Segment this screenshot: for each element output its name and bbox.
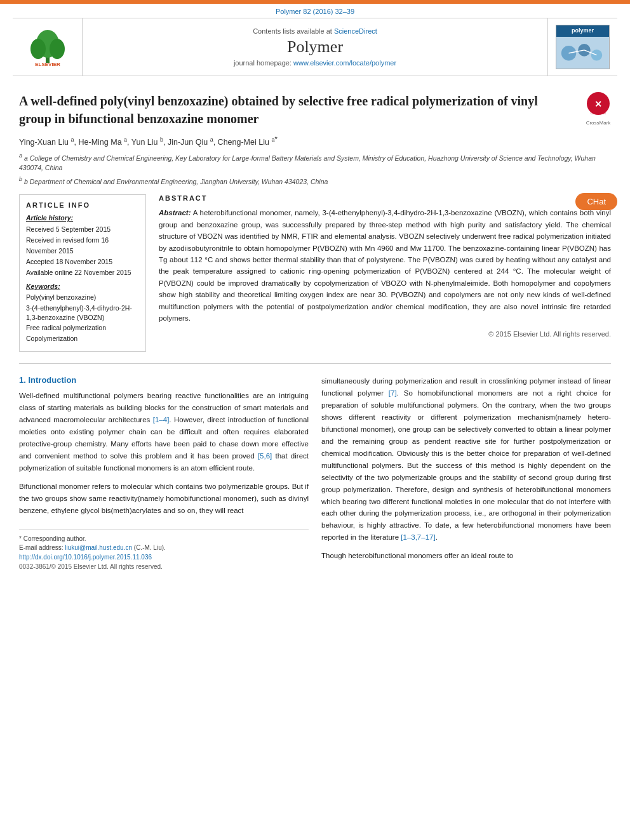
keyword-2: 3-(4-ethenylphenyl)-3,4-dihydro-2H-1,3-b…: [26, 303, 139, 322]
header-left: ELSEVIER: [13, 18, 83, 76]
doi-text: http://dx.doi.org/10.1016/j.polymer.2015…: [19, 554, 152, 561]
intro-heading: 1. Introduction: [19, 375, 309, 385]
sciencedirect-link-text: ScienceDirect: [334, 27, 377, 35]
svg-point-4: [50, 39, 65, 59]
corresponding-label: * Corresponding author.: [19, 535, 86, 542]
revised-date: Received in revised form 16 November 201…: [26, 235, 139, 257]
keyword-3: Free radical polymerization: [26, 323, 139, 333]
main-content: A well-defined poly(vinyl benzoxazine) o…: [0, 76, 630, 583]
received-date: Received 5 September 2015: [26, 224, 139, 235]
abstract-title: ABSTRACT: [159, 194, 611, 202]
article-info-box: ARTICLE INFO Article history: Received 5…: [19, 194, 146, 351]
polymer-cover-image: polymer polymer: [556, 25, 610, 69]
svg-text:CrossMark: CrossMark: [591, 111, 607, 115]
header-section: ELSEVIER Contents lists available at Sci…: [13, 18, 617, 76]
article-history-title: Article history:: [26, 214, 139, 222]
abstract-col: ABSTRACT Abstract: A heterobifunctional …: [159, 194, 611, 351]
page-wrapper: Polymer 82 (2016) 32–39 ELSEVIER Content…: [0, 0, 630, 840]
author-email: liukui@mail.hust.edu.cn: [65, 544, 132, 551]
accepted-date: Accepted 18 November 2015: [26, 257, 139, 267]
homepage-label: journal homepage:: [234, 59, 292, 67]
article-info-col: ARTICLE INFO Article history: Received 5…: [19, 194, 146, 351]
intro-left-col: 1. Introduction Well-defined multifuncti…: [19, 375, 309, 570]
corresponding-author-note: * Corresponding author.: [19, 535, 309, 542]
article-info-title: ARTICLE INFO: [26, 201, 139, 209]
abstract-body: A heterobifunctional monomer, namely, 3-…: [159, 209, 611, 322]
svg-text:✕: ✕: [594, 99, 602, 109]
keywords-section: Keywords: Poly(vinyl benzoxazine) 3-(4-e…: [26, 283, 139, 343]
homepage-url-text: www.elsevier.com/locate/polymer: [293, 59, 396, 67]
sciencedirect-link[interactable]: ScienceDirect: [334, 27, 377, 35]
email-line: E-mail address: liukui@mail.hust.edu.cn …: [19, 544, 309, 551]
ref-5-6-link[interactable]: [5,6]: [258, 452, 272, 460]
author-email-name: (C.-M. Liu).: [134, 544, 166, 551]
chat-button[interactable]: CHat: [575, 193, 617, 210]
authors-line: Ying-Xuan Liu a, He-Ming Ma a, Yun Liu b…: [19, 135, 611, 147]
svg-text:ELSEVIER: ELSEVIER: [35, 62, 60, 67]
ref-7-link[interactable]: [7]: [389, 389, 397, 397]
polymer-cover-text: polymer: [572, 27, 594, 34]
intro-right-col: simultaneously during polymerization and…: [321, 375, 611, 570]
section-divider: [19, 363, 611, 364]
ref-1-4-link[interactable]: [1–4]: [153, 416, 170, 423]
intro-para-1: Well-defined multifunctional polymers be…: [19, 390, 309, 474]
title-row: A well-defined poly(vinyl benzoxazine) o…: [19, 86, 611, 135]
abstract-label: Abstract:: [159, 209, 191, 217]
journal-ref: Polymer 82 (2016) 32–39: [0, 4, 630, 18]
email-label: E-mail address:: [19, 544, 63, 551]
sciencedirect-line: Contents lists available at ScienceDirec…: [253, 27, 377, 35]
keyword-4: Copolymerization: [26, 334, 139, 343]
copyright-line: © 2015 Elsevier Ltd. All rights reserved…: [159, 330, 611, 338]
intro-right-para-2: Though heterobifunctional monomers offer…: [321, 550, 611, 562]
available-date: Available online 22 November 2015: [26, 267, 139, 278]
journal-title: Polymer: [287, 37, 343, 57]
homepage-link[interactable]: www.elsevier.com/locate/polymer: [293, 59, 396, 67]
ref-1-3-7-17-link[interactable]: [1–3,7–17]: [401, 533, 435, 541]
svg-point-3: [30, 39, 46, 59]
affiliation-a: a a College of Chemistry and Chemical En…: [19, 152, 611, 173]
keyword-1: Poly(vinyl benzoxazine): [26, 293, 139, 302]
abstract-text: Abstract: A heterobifunctional monomer, …: [159, 207, 611, 324]
elsevier-logo: ELSEVIER: [19, 25, 76, 69]
article-dates: Received 5 September 2015 Received in re…: [26, 224, 139, 277]
affiliations: a a College of Chemistry and Chemical En…: [19, 152, 611, 187]
footer-copyright: 0032-3861/© 2015 Elsevier Ltd. All right…: [19, 563, 309, 570]
intro-para-2: Bifunctional monomer refers to molecular…: [19, 481, 309, 517]
doi-link[interactable]: http://dx.doi.org/10.1016/j.polymer.2015…: [19, 554, 309, 561]
article-info-abstract-row: ARTICLE INFO Article history: Received 5…: [19, 194, 611, 351]
footer-section: * Corresponding author. E-mail address: …: [19, 530, 309, 570]
author-email-link[interactable]: liukui@mail.hust.edu.cn: [65, 544, 134, 551]
crossmark-logo: ✕ CrossMark CrossMark: [586, 91, 611, 116]
introduction-section: 1. Introduction Well-defined multifuncti…: [19, 375, 611, 570]
article-title: A well-defined poly(vinyl benzoxazine) o…: [19, 92, 540, 128]
affiliation-b: b b Department of Chemical and Environme…: [19, 175, 611, 187]
header-right: polymer polymer: [547, 18, 617, 76]
journal-ref-text: Polymer 82 (2016) 32–39: [276, 8, 354, 15]
header-center: Contents lists available at ScienceDirec…: [83, 18, 547, 76]
sciencedirect-label: Contents lists available at: [253, 27, 332, 35]
intro-right-para-1: simultaneously during polymerization and…: [321, 375, 611, 544]
keywords-title: Keywords:: [26, 283, 139, 290]
journal-homepage: journal homepage: www.elsevier.com/locat…: [234, 59, 396, 67]
